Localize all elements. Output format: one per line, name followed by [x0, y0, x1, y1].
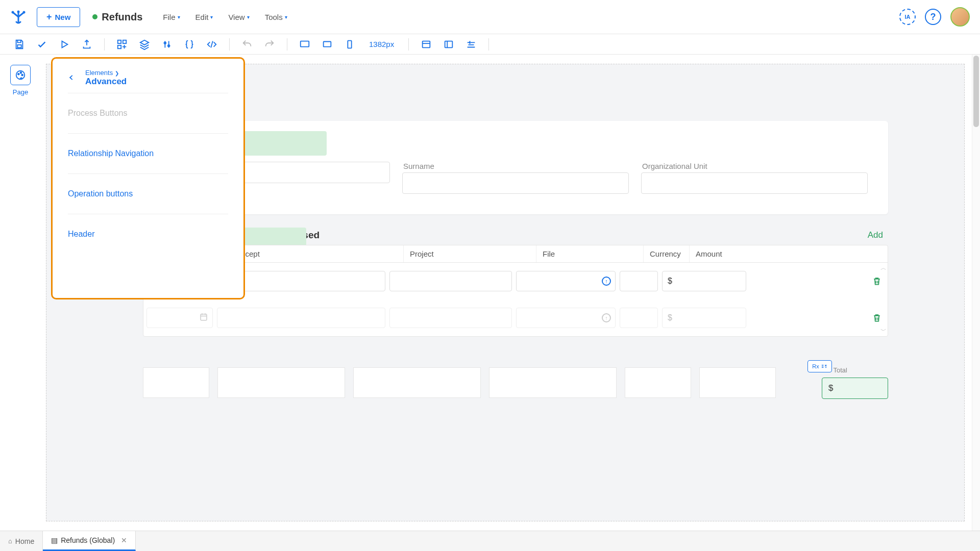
currency-input[interactable] [620, 271, 658, 291]
delete-row-button[interactable] [869, 313, 885, 323]
svg-rect-14 [445, 41, 453, 47]
panel-header: Elements ❯ Advanced [68, 69, 228, 93]
amount-input[interactable]: $ [662, 308, 746, 328]
tab-home[interactable]: ⌂ Home [0, 531, 43, 551]
menu-file[interactable]: File▾ [163, 13, 180, 21]
expand-icon[interactable]: ﹀ [880, 327, 887, 335]
user-avatar[interactable] [950, 7, 970, 27]
tablet-landscape-icon[interactable] [318, 35, 336, 54]
date-input[interactable] [146, 308, 213, 328]
svg-point-18 [20, 72, 22, 73]
table-row-ghost: ↑ $ [143, 299, 888, 336]
help-icon[interactable]: ? [925, 9, 941, 25]
table-row: ↑ $ [143, 263, 888, 299]
col-file: File [536, 245, 644, 262]
code-icon[interactable] [203, 35, 221, 54]
play-icon[interactable] [55, 35, 74, 54]
upload-icon[interactable]: ↑ [602, 313, 611, 322]
svg-rect-5 [123, 40, 126, 43]
summary-cell[interactable] [217, 367, 345, 398]
table-header: Date Concept Project File Currency Amoun… [143, 245, 888, 263]
svg-rect-4 [118, 40, 121, 43]
panel-side-icon[interactable] [439, 35, 458, 54]
braces-icon[interactable] [180, 35, 199, 54]
surname-input[interactable] [402, 172, 629, 194]
export-icon[interactable] [78, 35, 96, 54]
close-tab-icon[interactable]: ✕ [121, 536, 127, 544]
undo-icon[interactable] [238, 35, 256, 54]
upload-icon[interactable]: ↑ [602, 277, 611, 286]
separator [287, 38, 287, 51]
file-input[interactable]: ↑ [516, 271, 616, 291]
panel-item-relationship-navigation[interactable]: Relationship Navigation [68, 134, 228, 174]
svg-rect-9 [301, 41, 309, 46]
rx-badge[interactable]: Rx [807, 360, 832, 372]
amount-input[interactable]: $ [662, 271, 746, 291]
col-project: Project [404, 245, 536, 262]
panel-item-header[interactable]: Header [68, 214, 228, 254]
menu-edit[interactable]: Edit▾ [195, 13, 213, 21]
panel-title: Advanced [85, 77, 127, 87]
check-icon[interactable] [33, 35, 51, 54]
summary-cell[interactable] [489, 367, 617, 398]
project-input[interactable] [389, 271, 512, 291]
vertical-scrollbar[interactable] [972, 55, 980, 531]
add-row-link[interactable]: Add [868, 230, 883, 240]
new-button-label: New [55, 13, 71, 21]
svg-point-1 [12, 11, 14, 14]
orgunit-label: Organizational Unit [641, 162, 868, 170]
total-amount-box[interactable]: $ [822, 378, 888, 399]
mobile-icon[interactable] [340, 35, 359, 54]
orgunit-input[interactable] [641, 172, 868, 194]
file-input[interactable]: ↑ [516, 308, 616, 328]
widgets-icon[interactable] [113, 35, 131, 54]
project-input[interactable] [389, 308, 512, 328]
form-area: Surname Organizational Unit eimbursed Ad… [143, 121, 888, 398]
menubar-right: IA ? [899, 7, 970, 27]
expense-table: Date Concept Project File Currency Amoun… [143, 245, 888, 337]
help-icon-label: ? [930, 12, 936, 22]
panel-top-icon[interactable] [417, 35, 435, 54]
form-icon: ▤ [51, 536, 58, 544]
chevron-down-icon: ▾ [285, 14, 287, 20]
delete-row-button[interactable] [869, 276, 885, 286]
panel-title-group: Elements ❯ Advanced [85, 69, 127, 87]
summary-cell[interactable] [353, 367, 481, 398]
summary-cell[interactable] [699, 367, 776, 398]
ia-badge[interactable]: IA [899, 9, 916, 25]
viewport-width-label[interactable]: 1382px [363, 40, 400, 48]
save-icon[interactable] [10, 35, 29, 54]
svg-point-0 [17, 11, 20, 13]
settings-icon[interactable] [158, 35, 176, 54]
scrollbar-thumb[interactable] [973, 56, 979, 127]
ia-badge-label: IA [905, 14, 911, 20]
layers-icon[interactable] [135, 35, 154, 54]
menu-view[interactable]: View▾ [228, 13, 249, 21]
field-row: Surname Organizational Unit [163, 162, 868, 194]
collapse-icon[interactable]: ︿ [880, 264, 887, 272]
summary-cell[interactable] [625, 367, 691, 398]
back-icon[interactable] [68, 73, 75, 84]
redo-icon[interactable] [260, 35, 279, 54]
chevron-down-icon: ▾ [210, 14, 213, 20]
menu-edit-label: Edit [195, 13, 209, 21]
toolbar: 1382px [0, 34, 980, 55]
menu-tools[interactable]: Tools▾ [265, 13, 287, 21]
tab-refunds[interactable]: ▤ Refunds (Global) ✕ [43, 531, 136, 551]
page-styles-button[interactable] [10, 65, 31, 85]
form-section-header: Surname Organizational Unit [143, 121, 888, 214]
left-rail: Page [0, 55, 41, 531]
new-button[interactable]: + New [37, 7, 80, 27]
elements-panel: Elements ❯ Advanced Process Buttons Rela… [51, 57, 245, 299]
panel-item-operation-buttons[interactable]: Operation buttons [68, 174, 228, 214]
concept-input[interactable] [217, 308, 385, 328]
desktop-icon[interactable] [296, 35, 314, 54]
col-currency: Currency [644, 245, 690, 262]
align-icon[interactable] [462, 35, 480, 54]
svg-rect-3 [17, 44, 21, 47]
currency-input[interactable] [620, 308, 658, 328]
calendar-icon[interactable] [199, 312, 208, 323]
panel-breadcrumb[interactable]: Elements ❯ [85, 69, 127, 77]
menubar: + New Refunds File▾ Edit▾ View▾ Tools▾ I… [0, 0, 980, 34]
summary-cell[interactable] [143, 367, 209, 398]
